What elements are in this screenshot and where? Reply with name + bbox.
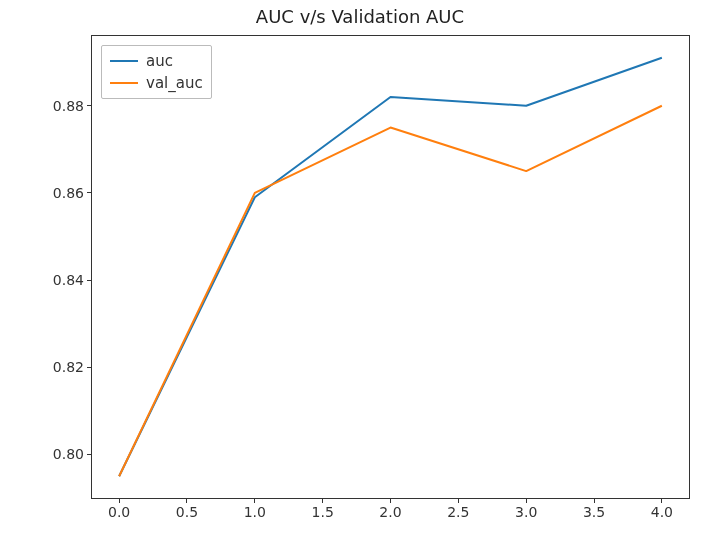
x-tick-label: 0.0 [108,504,130,520]
x-tick-mark [458,498,459,503]
x-tick-mark [254,498,255,503]
x-tick-label: 2.5 [447,504,469,520]
y-tick-mark [87,454,92,455]
legend-item-val_auc: val_auc [110,72,203,94]
x-tick-mark [186,498,187,503]
x-tick-label: 3.0 [515,504,537,520]
series-line-auc [119,58,662,476]
y-tick-mark [87,105,92,106]
plot-svg [92,36,689,498]
legend-label: val_auc [146,74,203,92]
x-tick-mark [390,498,391,503]
x-tick-mark [526,498,527,503]
x-tick-mark [661,498,662,503]
x-tick-label: 0.5 [176,504,198,520]
y-tick-label: 0.80 [53,446,84,462]
x-tick-label: 1.5 [312,504,334,520]
y-tick-mark [87,192,92,193]
x-tick-label: 4.0 [651,504,673,520]
y-tick-mark [87,367,92,368]
legend: aucval_auc [101,45,212,99]
y-tick-label: 0.84 [53,272,84,288]
series-line-val_auc [119,106,662,476]
chart-title: AUC v/s Validation AUC [0,6,720,27]
y-tick-label: 0.82 [53,359,84,375]
x-tick-mark [119,498,120,503]
x-tick-mark [594,498,595,503]
legend-label: auc [146,52,173,70]
legend-swatch-icon [110,60,138,62]
y-tick-label: 0.86 [53,185,84,201]
plot-area: aucval_auc 0.800.820.840.860.880.00.51.0… [91,35,690,499]
legend-swatch-icon [110,82,138,84]
y-tick-label: 0.88 [53,98,84,114]
x-tick-mark [322,498,323,503]
legend-item-auc: auc [110,50,203,72]
x-tick-label: 2.0 [379,504,401,520]
y-tick-mark [87,280,92,281]
x-tick-label: 1.0 [244,504,266,520]
x-tick-label: 3.5 [583,504,605,520]
